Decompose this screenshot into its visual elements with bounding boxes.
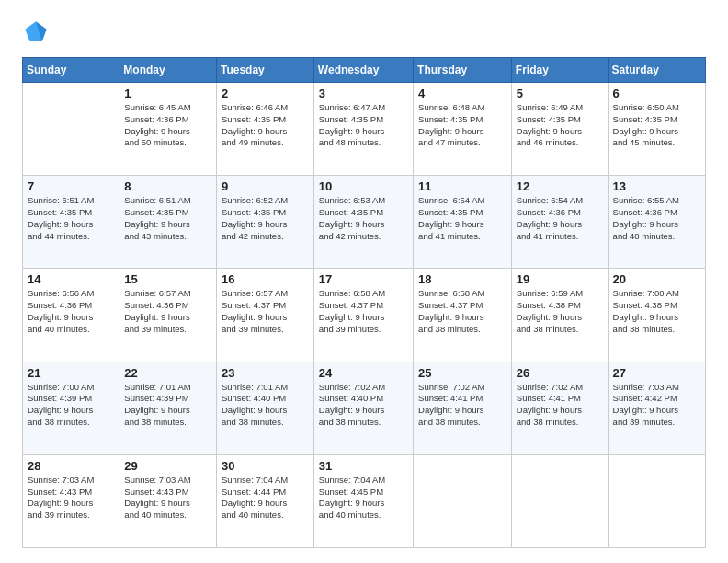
day-info: Sunrise: 7:03 AM Sunset: 4:42 PM Dayligh… xyxy=(613,382,700,429)
day-info: Sunrise: 6:53 AM Sunset: 4:35 PM Dayligh… xyxy=(319,195,408,242)
day-number: 2 xyxy=(222,86,309,100)
day-number: 6 xyxy=(613,86,700,100)
day-info: Sunrise: 6:50 AM Sunset: 4:35 PM Dayligh… xyxy=(613,102,700,149)
day-cell: 31Sunrise: 7:04 AM Sunset: 4:45 PM Dayli… xyxy=(313,454,413,547)
page: SundayMondayTuesdayWednesdayThursdayFrid… xyxy=(0,0,728,563)
col-header-tuesday: Tuesday xyxy=(216,58,313,83)
day-info: Sunrise: 6:46 AM Sunset: 4:35 PM Dayligh… xyxy=(222,102,309,149)
day-info: Sunrise: 6:57 AM Sunset: 4:37 PM Dayligh… xyxy=(222,288,309,335)
day-info: Sunrise: 7:02 AM Sunset: 4:40 PM Dayligh… xyxy=(319,382,408,429)
day-cell: 21Sunrise: 7:00 AM Sunset: 4:39 PM Dayli… xyxy=(23,362,119,454)
day-number: 25 xyxy=(418,366,506,380)
day-number: 16 xyxy=(222,272,309,286)
day-info: Sunrise: 7:03 AM Sunset: 4:43 PM Dayligh… xyxy=(28,475,114,522)
day-cell: 12Sunrise: 6:54 AM Sunset: 4:36 PM Dayli… xyxy=(511,176,608,269)
day-cell: 1Sunrise: 6:45 AM Sunset: 4:36 PM Daylig… xyxy=(119,83,217,176)
day-number: 4 xyxy=(418,86,506,100)
day-info: Sunrise: 6:48 AM Sunset: 4:35 PM Dayligh… xyxy=(418,102,506,149)
day-cell: 6Sunrise: 6:50 AM Sunset: 4:35 PM Daylig… xyxy=(608,83,705,176)
day-number: 14 xyxy=(28,272,114,286)
day-info: Sunrise: 7:04 AM Sunset: 4:44 PM Dayligh… xyxy=(222,475,309,522)
day-info: Sunrise: 6:55 AM Sunset: 4:36 PM Dayligh… xyxy=(613,195,700,242)
day-cell: 4Sunrise: 6:48 AM Sunset: 4:35 PM Daylig… xyxy=(414,83,512,176)
day-cell xyxy=(414,454,512,547)
col-header-wednesday: Wednesday xyxy=(313,58,413,83)
day-info: Sunrise: 7:03 AM Sunset: 4:43 PM Dayligh… xyxy=(124,475,211,522)
day-info: Sunrise: 6:57 AM Sunset: 4:36 PM Dayligh… xyxy=(124,288,211,335)
day-cell: 22Sunrise: 7:01 AM Sunset: 4:39 PM Dayli… xyxy=(119,362,217,454)
col-header-monday: Monday xyxy=(119,58,217,83)
day-cell: 17Sunrise: 6:58 AM Sunset: 4:37 PM Dayli… xyxy=(313,269,413,362)
day-cell: 24Sunrise: 7:02 AM Sunset: 4:40 PM Dayli… xyxy=(313,362,413,454)
day-info: Sunrise: 6:56 AM Sunset: 4:36 PM Dayligh… xyxy=(28,288,114,335)
day-number: 9 xyxy=(222,179,309,193)
week-row-3: 14Sunrise: 6:56 AM Sunset: 4:36 PM Dayli… xyxy=(23,269,706,362)
day-number: 18 xyxy=(418,272,506,286)
day-number: 15 xyxy=(124,272,211,286)
day-cell: 25Sunrise: 7:02 AM Sunset: 4:41 PM Dayli… xyxy=(414,362,512,454)
day-cell xyxy=(511,454,608,547)
day-number: 12 xyxy=(517,179,603,193)
day-number: 7 xyxy=(28,179,114,193)
calendar-header-row: SundayMondayTuesdayWednesdayThursdayFrid… xyxy=(23,58,706,83)
day-number: 23 xyxy=(222,366,309,380)
day-number: 30 xyxy=(222,459,309,473)
week-row-4: 21Sunrise: 7:00 AM Sunset: 4:39 PM Dayli… xyxy=(23,362,706,454)
day-info: Sunrise: 7:01 AM Sunset: 4:40 PM Dayligh… xyxy=(222,382,309,429)
week-row-1: 1Sunrise: 6:45 AM Sunset: 4:36 PM Daylig… xyxy=(23,83,706,176)
day-info: Sunrise: 6:58 AM Sunset: 4:37 PM Dayligh… xyxy=(319,288,408,335)
day-cell: 29Sunrise: 7:03 AM Sunset: 4:43 PM Dayli… xyxy=(119,454,217,547)
day-cell: 27Sunrise: 7:03 AM Sunset: 4:42 PM Dayli… xyxy=(608,362,705,454)
day-number: 21 xyxy=(28,366,114,380)
day-info: Sunrise: 7:02 AM Sunset: 4:41 PM Dayligh… xyxy=(418,382,506,429)
day-number: 3 xyxy=(319,86,408,100)
day-info: Sunrise: 6:45 AM Sunset: 4:36 PM Dayligh… xyxy=(124,102,211,149)
day-cell: 5Sunrise: 6:49 AM Sunset: 4:35 PM Daylig… xyxy=(511,83,608,176)
day-cell: 3Sunrise: 6:47 AM Sunset: 4:35 PM Daylig… xyxy=(313,83,413,176)
header xyxy=(22,18,706,46)
col-header-thursday: Thursday xyxy=(414,58,512,83)
day-number: 26 xyxy=(517,366,603,380)
day-info: Sunrise: 7:00 AM Sunset: 4:38 PM Dayligh… xyxy=(613,288,700,335)
day-number: 29 xyxy=(124,459,211,473)
week-row-5: 28Sunrise: 7:03 AM Sunset: 4:43 PM Dayli… xyxy=(23,454,706,547)
logo xyxy=(22,18,53,46)
day-info: Sunrise: 6:52 AM Sunset: 4:35 PM Dayligh… xyxy=(222,195,309,242)
day-cell: 10Sunrise: 6:53 AM Sunset: 4:35 PM Dayli… xyxy=(313,176,413,269)
day-number: 5 xyxy=(517,86,603,100)
day-number: 24 xyxy=(319,366,408,380)
col-header-friday: Friday xyxy=(511,58,608,83)
day-number: 28 xyxy=(28,459,114,473)
day-cell: 8Sunrise: 6:51 AM Sunset: 4:35 PM Daylig… xyxy=(119,176,217,269)
calendar: SundayMondayTuesdayWednesdayThursdayFrid… xyxy=(22,57,706,548)
day-info: Sunrise: 6:58 AM Sunset: 4:37 PM Dayligh… xyxy=(418,288,506,335)
day-info: Sunrise: 6:54 AM Sunset: 4:35 PM Dayligh… xyxy=(418,195,506,242)
day-cell: 20Sunrise: 7:00 AM Sunset: 4:38 PM Dayli… xyxy=(608,269,705,362)
day-number: 20 xyxy=(613,272,700,286)
day-info: Sunrise: 7:02 AM Sunset: 4:41 PM Dayligh… xyxy=(517,382,603,429)
day-info: Sunrise: 7:00 AM Sunset: 4:39 PM Dayligh… xyxy=(28,382,114,429)
day-cell: 15Sunrise: 6:57 AM Sunset: 4:36 PM Dayli… xyxy=(119,269,217,362)
day-cell: 23Sunrise: 7:01 AM Sunset: 4:40 PM Dayli… xyxy=(216,362,313,454)
day-info: Sunrise: 6:59 AM Sunset: 4:38 PM Dayligh… xyxy=(517,288,603,335)
day-cell: 9Sunrise: 6:52 AM Sunset: 4:35 PM Daylig… xyxy=(216,176,313,269)
day-cell: 2Sunrise: 6:46 AM Sunset: 4:35 PM Daylig… xyxy=(216,83,313,176)
day-info: Sunrise: 7:04 AM Sunset: 4:45 PM Dayligh… xyxy=(319,475,408,522)
day-cell: 13Sunrise: 6:55 AM Sunset: 4:36 PM Dayli… xyxy=(608,176,705,269)
day-cell: 30Sunrise: 7:04 AM Sunset: 4:44 PM Dayli… xyxy=(216,454,313,547)
day-number: 31 xyxy=(319,459,408,473)
day-cell: 11Sunrise: 6:54 AM Sunset: 4:35 PM Dayli… xyxy=(414,176,512,269)
day-cell: 19Sunrise: 6:59 AM Sunset: 4:38 PM Dayli… xyxy=(511,269,608,362)
day-cell: 26Sunrise: 7:02 AM Sunset: 4:41 PM Dayli… xyxy=(511,362,608,454)
day-number: 19 xyxy=(517,272,603,286)
day-number: 27 xyxy=(613,366,700,380)
day-number: 10 xyxy=(319,179,408,193)
logo-icon xyxy=(22,18,50,46)
day-info: Sunrise: 6:49 AM Sunset: 4:35 PM Dayligh… xyxy=(517,102,603,149)
day-number: 17 xyxy=(319,272,408,286)
day-number: 22 xyxy=(124,366,211,380)
day-info: Sunrise: 6:51 AM Sunset: 4:35 PM Dayligh… xyxy=(28,195,114,242)
day-number: 11 xyxy=(418,179,506,193)
day-cell: 16Sunrise: 6:57 AM Sunset: 4:37 PM Dayli… xyxy=(216,269,313,362)
day-info: Sunrise: 6:51 AM Sunset: 4:35 PM Dayligh… xyxy=(124,195,211,242)
